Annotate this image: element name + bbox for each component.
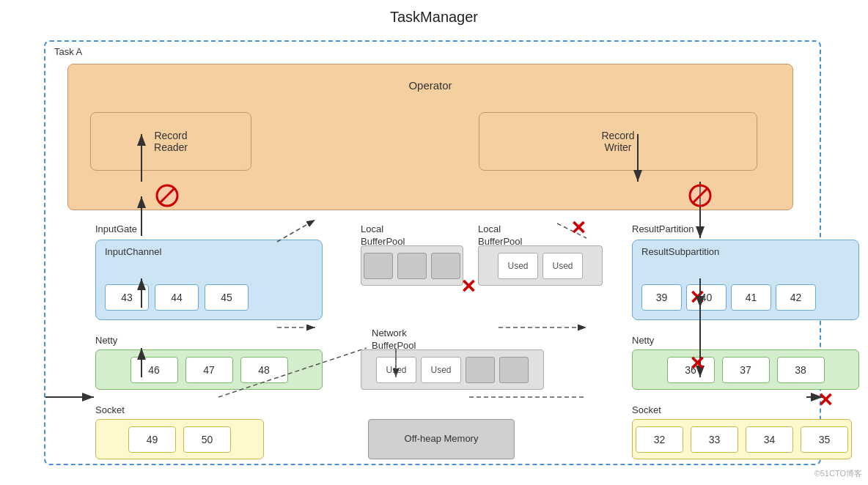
inputchannel-buffers: 43 44 45 (105, 284, 249, 311)
netty-36: 36 (667, 357, 715, 383)
buffer-45: 45 (205, 284, 249, 311)
record-reader-label: RecordReader (154, 130, 188, 153)
buffer-43: 43 (105, 284, 149, 311)
socket-left-box: 49 50 (95, 419, 264, 459)
task-manager-box: Task A Operator RecordReader RecordWrite… (44, 40, 821, 465)
socket-34: 34 (746, 426, 793, 453)
local-bufferpool-left-box (361, 245, 463, 286)
record-writer-box: RecordWriter (479, 112, 757, 171)
socket-50: 50 (183, 426, 231, 453)
offheap-label: Off-heap Memory (405, 432, 479, 445)
socket-49: 49 (128, 426, 176, 453)
gray-cell-3 (431, 253, 460, 279)
netty-46: 46 (130, 357, 178, 383)
rs-42: 42 (776, 284, 816, 311)
task-a-label: Task A (54, 46, 82, 57)
net-used-1: Used (376, 357, 416, 383)
inputchannel-box: InputChannel 43 44 45 (95, 240, 323, 320)
socket-33: 33 (691, 426, 738, 453)
net-gray-2 (499, 357, 529, 383)
gray-cell-2 (397, 253, 427, 279)
network-bufferpool-box: Used Used (361, 349, 544, 390)
used-cell-2: Used (542, 253, 583, 279)
used-cell-1: Used (498, 253, 538, 279)
netty-38: 38 (777, 357, 825, 383)
offheap-box: Off-heap Memory (368, 419, 515, 459)
operator-label: Operator (68, 79, 792, 92)
socket-right-label: Socket (632, 404, 661, 415)
resultsubpartition-label: ResultSubpartition (641, 246, 719, 257)
page-title: TaskManager (0, 0, 868, 32)
watermark: ©51CTO博客 (814, 468, 862, 479)
rs-buffers: 39 40 41 42 (641, 284, 816, 311)
inputgate-label: InputGate (95, 223, 137, 234)
resultpartition-label: ResultPartition (632, 223, 694, 234)
operator-box: Operator RecordReader RecordWriter (67, 64, 793, 210)
netty-right-box: 36 37 38 (632, 349, 859, 390)
netty-48: 48 (240, 357, 288, 383)
rs-40: 40 (686, 284, 727, 311)
local-bufferpool-right-label: LocalBufferPool (478, 223, 522, 248)
local-bufferpool-left-label: LocalBufferPool (361, 223, 405, 248)
rs-41: 41 (731, 284, 771, 311)
rs-39: 39 (641, 284, 682, 311)
buffer-44: 44 (155, 284, 199, 311)
gray-cell-1 (364, 253, 393, 279)
record-writer-label: RecordWriter (601, 130, 634, 153)
record-reader-box: RecordReader (90, 112, 251, 171)
socket-35: 35 (801, 426, 848, 453)
netty-47: 47 (185, 357, 233, 383)
netty-left-box: 46 47 48 (95, 349, 323, 390)
socket-right-box: 32 33 34 35 (632, 419, 852, 459)
netty-left-label: Netty (95, 335, 117, 346)
netty-right-label: Netty (632, 335, 654, 346)
net-gray-1 (466, 357, 495, 383)
socket-left-label: Socket (95, 404, 125, 415)
netty-37: 37 (722, 357, 770, 383)
network-bufferpool-label: NetworkBufferPool (372, 327, 416, 352)
inputchannel-label: InputChannel (105, 246, 161, 257)
resultsubpartition-box: ResultSubpartition 39 40 41 42 (632, 240, 859, 320)
net-used-2: Used (421, 357, 461, 383)
socket-32: 32 (636, 426, 683, 453)
local-bufferpool-right-box: Used Used (478, 245, 603, 286)
